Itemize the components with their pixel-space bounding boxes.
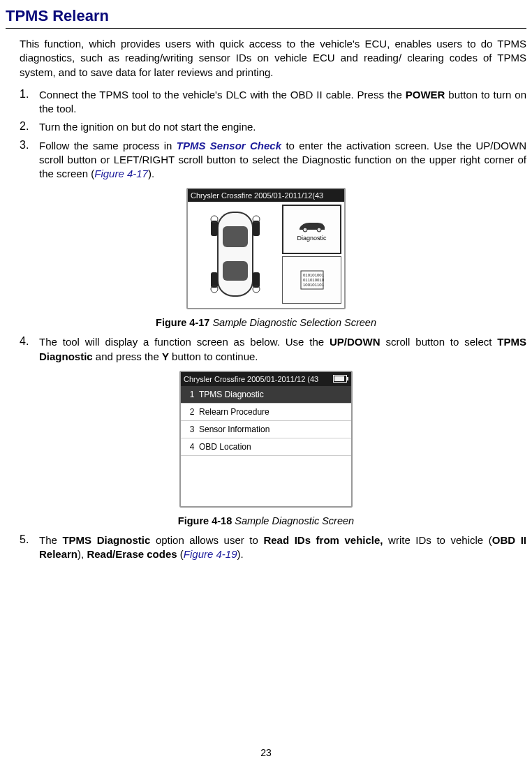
- step-text: The: [39, 534, 62, 546]
- step-text: button to continue.: [169, 350, 258, 362]
- car-top-icon: [197, 205, 274, 303]
- caption-number: Figure 4-17: [156, 317, 209, 328]
- step-text: option allows user to: [150, 534, 263, 546]
- step-text: The tool will display a function screen …: [39, 336, 330, 348]
- step-number: 5.: [20, 533, 39, 546]
- svg-rect-1: [223, 226, 248, 247]
- svg-rect-2: [223, 261, 248, 281]
- figure-4-17: Chrysler Crossfire 2005/01-2011/12(43: [6, 188, 526, 311]
- step-number: 4.: [20, 335, 39, 348]
- read-ids-label: Read IDs from vehicle,: [263, 534, 383, 546]
- row-number: 4: [185, 442, 199, 452]
- step-number: 1.: [20, 88, 39, 101]
- battery-icon: [333, 375, 347, 383]
- titlebar-text: Chrysler Crossfire 2005/01-2011/12 (43: [184, 375, 318, 383]
- svg-point-12: [317, 228, 321, 232]
- svg-point-11: [303, 228, 307, 232]
- read-erase-codes-label: Read/Erase codes: [87, 548, 177, 560]
- menu-row-selected: 1 TPMS Diagnostic: [181, 386, 351, 404]
- title-divider: [6, 28, 526, 29]
- step-number: 3.: [20, 139, 39, 152]
- step-2: 2. Turn the ignition on but do not start…: [20, 120, 526, 134]
- step-4: 4. The tool will display a function scre…: [20, 335, 526, 364]
- diagnostic-label: Diagnostic: [297, 235, 326, 242]
- step-text: Connect the TPMS tool to the vehicle's D…: [39, 89, 406, 101]
- row-text: Sensor Information: [199, 424, 269, 434]
- step-text: scroll button to select: [380, 336, 498, 348]
- step-1: 1. Connect the TPMS tool to the vehicle'…: [20, 88, 526, 117]
- svg-text:010101001: 010101001: [303, 273, 325, 277]
- row-number: 2: [185, 407, 199, 417]
- y-button-label: Y: [162, 350, 169, 362]
- screenshot-titlebar: Chrysler Crossfire 2005/01-2011/12(43: [188, 189, 344, 202]
- step-text: (: [177, 548, 184, 560]
- intro-paragraph: This function, which provides users with…: [20, 37, 526, 80]
- svg-rect-0: [218, 212, 253, 296]
- page-title: TPMS Relearn: [6, 7, 526, 25]
- step-text: and press the: [93, 350, 162, 362]
- page-number: 23: [0, 747, 532, 758]
- menu-row: 4 OBD Location: [181, 438, 351, 456]
- menu-row: 2 Relearn Procedure: [181, 404, 351, 421]
- step-3: 3. Follow the same process in TPMS Senso…: [20, 139, 526, 182]
- diagnostic-selection-screenshot: Chrysler Crossfire 2005/01-2011/12(43: [186, 188, 346, 309]
- svg-text:011010010: 011010010: [303, 278, 325, 282]
- figure-reference-link[interactable]: Figure 4-19: [184, 548, 237, 560]
- step-body: Connect the TPMS tool to the vehicle's D…: [39, 88, 526, 117]
- row-number: 3: [185, 424, 199, 434]
- step-text: write IDs to vehicle (: [383, 534, 492, 546]
- step-text: ).: [148, 168, 154, 179]
- step-text: Follow the same process in: [39, 140, 177, 152]
- power-button-label: POWER: [406, 89, 445, 101]
- step-body: The TPMS Diagnostic option allows user t…: [39, 533, 526, 562]
- row-text: Relearn Procedure: [199, 407, 269, 417]
- binary-code-icon: 010101001 011010010 100101101: [297, 268, 327, 292]
- tpms-diagnostic-label: TPMS Diagnostic: [62, 534, 150, 546]
- diagnostic-icon-box: Diagnostic: [282, 205, 341, 254]
- figure-reference-link[interactable]: Figure 4-17: [94, 168, 148, 179]
- car-side-icon: [297, 217, 327, 234]
- screenshot-titlebar: Chrysler Crossfire 2005/01-2011/12 (43: [181, 372, 351, 386]
- updown-label: UP/DOWN: [330, 336, 380, 348]
- step-5: 5. The TPMS Diagnostic option allows use…: [20, 533, 526, 562]
- svg-text:100101101: 100101101: [303, 283, 325, 287]
- step-body: Follow the same process in TPMS Sensor C…: [39, 139, 526, 182]
- diagnostic-menu-screenshot: Chrysler Crossfire 2005/01-2011/12 (43 1…: [179, 371, 353, 508]
- step-body: The tool will display a function screen …: [39, 335, 526, 364]
- row-text: OBD Location: [199, 442, 251, 452]
- step-text: ),: [77, 548, 87, 560]
- tpms-sensor-check-link[interactable]: TPMS Sensor Check: [177, 140, 281, 152]
- step-body: Turn the ignition on but do not start th…: [39, 120, 526, 134]
- step-number: 2.: [20, 120, 39, 133]
- figure-4-18: Chrysler Crossfire 2005/01-2011/12 (43 1…: [6, 371, 526, 510]
- figure-4-18-caption: Figure 4-18 Sample Diagnostic Screen: [6, 515, 526, 526]
- caption-text: Sample Diagnostic Screen: [232, 515, 354, 526]
- car-diagram: [188, 202, 282, 307]
- row-number: 1: [185, 390, 199, 399]
- binary-icon-box: 010101001 011010010 100101101: [282, 256, 341, 304]
- caption-text: Sample Diagnostic Selection Screen: [209, 317, 376, 328]
- step-text: ).: [237, 548, 244, 560]
- row-text: TPMS Diagnostic: [199, 390, 264, 399]
- menu-row: 3 Sensor Information: [181, 421, 351, 438]
- figure-4-17-caption: Figure 4-17 Sample Diagnostic Selection …: [6, 317, 526, 328]
- caption-number: Figure 4-18: [178, 515, 232, 526]
